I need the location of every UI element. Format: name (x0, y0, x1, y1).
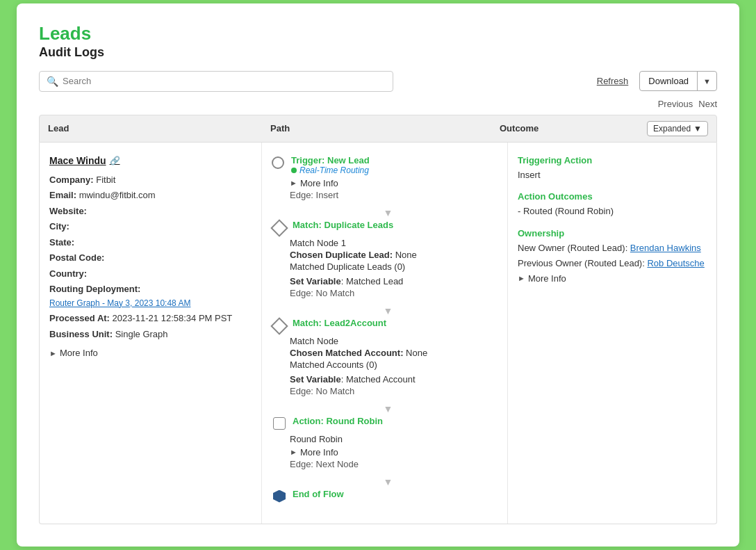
end-icon (273, 490, 286, 503)
path-column: Trigger: New Lead Real-Time Routing ► Mo… (262, 143, 508, 524)
match1-row-1: Match Node 1 (290, 238, 498, 248)
trigger-more-info-toggle[interactable]: ► More Info (290, 178, 498, 188)
triggering-action-title: Triggering Action (518, 155, 707, 165)
search-icon: 🔍 (47, 76, 58, 87)
action-edge: Edge: Next Node (290, 459, 498, 469)
match2-row-2: Chosen Matched Account: None (290, 348, 498, 358)
match1-row-4: Set Variable: Matched Lead (290, 276, 498, 286)
expanded-button[interactable]: Expanded ▼ (647, 121, 708, 136)
path-step-end: End of Flow (272, 489, 498, 504)
previous-button[interactable]: Previous (658, 99, 693, 109)
chevron-right-icon: ► (290, 448, 297, 456)
lead-routing: Routing Deployment: Router Graph - May 3… (49, 282, 252, 309)
action-body: Round Robin ► More Info Edge: Next Node (290, 434, 498, 469)
routing-link[interactable]: Router Graph - May 3, 2023 10:48 AM (49, 298, 190, 308)
ownership-title: Ownership (518, 228, 707, 238)
match1-row-3: Matched Duplicate Leads (0) (290, 261, 498, 272)
match2-edge: Edge: No Match (290, 386, 498, 396)
trigger-subtitle: Real-Time Routing (291, 165, 370, 175)
table-body: Mace Windu 🔗 Company: Fitbit Email: mwin… (39, 143, 717, 524)
match1-body: Match Node 1 Chosen Duplicate Lead: None… (290, 238, 498, 298)
outcome-column: Triggering Action Insert Action Outcomes… (508, 143, 716, 524)
trigger-title[interactable]: Trigger: New Lead (291, 155, 370, 165)
match2-title[interactable]: Match: Lead2Account (293, 318, 386, 328)
action-more-info-toggle[interactable]: ► More Info (290, 447, 498, 458)
match-icon-2 (270, 317, 288, 334)
lead-column: Mace Windu 🔗 Company: Fitbit Email: mwin… (40, 143, 262, 524)
match2-row-4: Set Variable: Matched Account (290, 374, 498, 385)
match2-row-3: Matched Accounts (0) (290, 359, 498, 370)
path-connector-3: ▼ (279, 403, 498, 414)
previous-owner-link[interactable]: Rob Deutsche (647, 258, 704, 268)
outcome-section-triggering: Triggering Action Insert (518, 155, 707, 182)
step-match2-header: Match: Lead2Account (272, 318, 498, 333)
lead-processed: Processed At: 2023-11-21 12:58:34 PM PST (49, 312, 252, 325)
lead-city: City: (49, 220, 252, 234)
action-icon (273, 417, 286, 430)
table-header: Lead Path Outcome Expanded ▼ (39, 115, 717, 143)
outcome-section-action-outcomes: Action Outcomes - Routed (Round Robin) (518, 191, 707, 218)
step-trigger-info: Trigger: New Lead Real-Time Routing (291, 155, 370, 175)
chevron-down-icon: ▼ (698, 73, 716, 90)
toolbar: 🔍 Refresh Download ▼ (39, 71, 717, 92)
chevron-right-icon: ► (290, 179, 297, 187)
nav-row: Previous Next (39, 99, 717, 109)
step-end-header: End of Flow (272, 489, 498, 504)
toolbar-right: Refresh Download ▼ (591, 71, 717, 91)
path-connector-2: ▼ (279, 305, 498, 316)
new-owner-link[interactable]: Brendan Hawkins (630, 243, 701, 253)
path-step-match1: Match: Duplicate Leads Match Node 1 Chos… (272, 220, 498, 298)
green-dot-icon (291, 168, 297, 173)
step-match2-info: Match: Lead2Account (293, 318, 386, 328)
chevron-right-icon: ► (49, 349, 57, 357)
step-action-header: Action: Round Robin (272, 416, 498, 431)
outcome-more-info-toggle[interactable]: ► More Info (518, 273, 707, 284)
search-input[interactable] (63, 76, 386, 86)
lead-company: Company: Fitbit (49, 173, 252, 187)
path-step-match2: Match: Lead2Account Match Node Chosen Ma… (272, 318, 498, 396)
refresh-button[interactable]: Refresh (591, 72, 634, 90)
lead-name[interactable]: Mace Windu 🔗 (49, 155, 252, 166)
action-outcomes-value: - Routed (Round Robin) (518, 204, 707, 218)
match2-row-1: Match Node (290, 336, 498, 346)
triggering-action-value: Insert (518, 168, 707, 182)
page-subtitle: Audit Logs (39, 45, 717, 60)
main-card: Leads Audit Logs 🔍 Refresh Download ▼ Pr… (17, 3, 739, 546)
lead-country: Country: (49, 267, 252, 281)
path-connector-1: ▼ (279, 207, 498, 218)
col-outcome-header: Outcome Expanded ▼ (500, 121, 708, 136)
step-action-info: Action: Round Robin (293, 416, 383, 426)
lead-postal: Postal Code: (49, 251, 252, 265)
col-lead-header: Lead (48, 123, 270, 134)
download-label: Download (640, 72, 698, 90)
download-button[interactable]: Download ▼ (639, 71, 717, 91)
lead-state: State: (49, 236, 252, 250)
lead-email: Email: mwindu@fitbit.com (49, 188, 252, 202)
path-step-action: Action: Round Robin Round Robin ► More I… (272, 416, 498, 469)
step-match1-header: Match: Duplicate Leads (272, 220, 498, 235)
next-button[interactable]: Next (698, 99, 717, 109)
match1-title[interactable]: Match: Duplicate Leads (293, 220, 393, 230)
col-path-header: Path (270, 123, 500, 134)
trigger-icon (272, 156, 284, 169)
match1-edge: Edge: No Match (290, 288, 498, 298)
step-trigger-header: Trigger: New Lead Real-Time Routing (272, 155, 498, 175)
trigger-edge: Edge: Insert (290, 190, 498, 200)
trigger-body: ► More Info Edge: Insert (290, 178, 498, 200)
path-connector-4: ▼ (279, 476, 498, 487)
action-title[interactable]: Action: Round Robin (293, 416, 383, 426)
new-owner-row: New Owner (Routed Lead): Brendan Hawkins (518, 241, 707, 255)
end-title: End of Flow (293, 489, 344, 499)
step-match1-info: Match: Duplicate Leads (293, 220, 393, 230)
path-step-trigger: Trigger: New Lead Real-Time Routing ► Mo… (272, 155, 498, 200)
match2-body: Match Node Chosen Matched Account: None … (290, 336, 498, 396)
chevron-right-icon: ► (518, 274, 525, 282)
outcome-section-ownership: Ownership New Owner (Routed Lead): Brend… (518, 228, 707, 284)
action-row-1: Round Robin (290, 434, 498, 444)
previous-owner-row: Previous Owner (Routed Lead): Rob Deutsc… (518, 257, 707, 270)
action-outcomes-title: Action Outcomes (518, 191, 707, 202)
link-icon: 🔗 (110, 156, 120, 165)
lead-more-info-toggle[interactable]: ► More Info (49, 348, 252, 358)
match1-row-2: Chosen Duplicate Lead: None (290, 250, 498, 260)
page-title: Leads (39, 23, 717, 45)
